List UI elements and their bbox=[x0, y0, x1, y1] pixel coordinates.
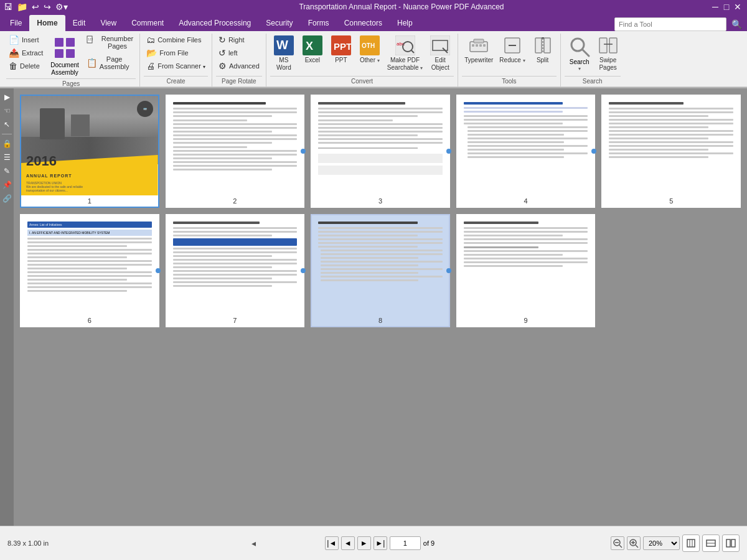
ppt-button[interactable]: PPT PPT bbox=[327, 34, 355, 66]
svg-rect-30 bbox=[535, 38, 542, 53]
page-thumb-2[interactable]: 2 bbox=[166, 95, 305, 208]
ms-word-icon: W bbox=[274, 35, 294, 55]
page-thumb-3[interactable]: 3 bbox=[311, 95, 450, 208]
zoom-in-button[interactable] bbox=[627, 536, 641, 550]
tab-connectors[interactable]: Connectors bbox=[337, 15, 390, 31]
prev-page-button[interactable]: ◄ bbox=[341, 536, 355, 550]
window-controls[interactable]: ─ □ ✕ bbox=[711, 2, 742, 11]
left-tool-arrow[interactable]: ▶ bbox=[1, 91, 13, 103]
page-thumb-1[interactable]: 2016 ANNUAL REPORT TRANSPOETION UNIONWe … bbox=[20, 95, 159, 208]
left-tool-pin[interactable]: 📌 bbox=[1, 179, 13, 191]
edit-object-button[interactable]: EditObject bbox=[426, 34, 454, 73]
page-3-number: 3 bbox=[312, 195, 449, 207]
swipe-pages-button[interactable]: SwipePages bbox=[596, 34, 621, 73]
combine-files-button[interactable]: 🗂 Combine Files bbox=[144, 34, 208, 46]
status-bar: 8.39 x 1.00 in ◂ |◄ ◄ ► ►| of 9 bbox=[0, 526, 747, 560]
last-page-button[interactable]: ►| bbox=[374, 536, 387, 550]
typewriter-button[interactable]: Typewriter bbox=[462, 34, 496, 66]
search-icon bbox=[568, 35, 591, 58]
tools-group-label: Tools bbox=[462, 76, 556, 86]
page-thumb-5[interactable]: 5 bbox=[601, 95, 741, 208]
maximize-btn[interactable]: □ bbox=[722, 2, 731, 11]
page-thumb-8[interactable]: 8 bbox=[311, 214, 450, 327]
renumber-icon: 123 — bbox=[87, 35, 99, 50]
zoom-out-icon bbox=[613, 538, 622, 548]
svg-rect-46 bbox=[687, 539, 695, 547]
tab-file[interactable]: File bbox=[2, 15, 29, 31]
minimize-btn[interactable]: ─ bbox=[711, 2, 720, 11]
svg-rect-26 bbox=[483, 44, 486, 47]
rotate-right-button[interactable]: ↻ Right bbox=[216, 34, 262, 46]
next-page-button[interactable]: ► bbox=[357, 536, 371, 550]
app-title: Transportation Annual Report - Nuance Po… bbox=[92, 2, 711, 11]
insert-button[interactable]: 📄 Insert bbox=[6, 34, 45, 46]
open-icon[interactable]: 📁 bbox=[16, 1, 29, 12]
tab-security[interactable]: Security bbox=[258, 15, 300, 31]
undo-icon[interactable]: ↩ bbox=[31, 1, 40, 12]
left-tool-select[interactable]: ↖ bbox=[1, 118, 13, 131]
page-thumb-6[interactable]: Annex: List of Initiatives I. AN EFFICIE… bbox=[20, 214, 159, 327]
svg-rect-2 bbox=[55, 49, 63, 58]
svg-rect-36 bbox=[599, 38, 607, 53]
zoom-out-button[interactable] bbox=[611, 536, 624, 550]
extract-button[interactable]: 📤 Extract bbox=[6, 47, 45, 59]
fit-page-button[interactable] bbox=[682, 534, 700, 552]
svg-rect-37 bbox=[609, 38, 617, 53]
save-icon[interactable]: 🖫 bbox=[2, 1, 14, 12]
page-thumb-4[interactable]: 4 bbox=[456, 95, 596, 208]
tab-edit[interactable]: Edit bbox=[65, 15, 93, 31]
redo-icon[interactable]: ↪ bbox=[42, 1, 52, 12]
page-6-content: Annex: List of Initiatives I. AN EFFICIE… bbox=[21, 215, 158, 315]
renumber-pages-button[interactable]: 123 — RenumberPages bbox=[84, 34, 136, 51]
expand-chevron[interactable]: ◂ bbox=[251, 538, 256, 548]
split-button[interactable]: Split bbox=[529, 34, 557, 66]
page-8-number: 8 bbox=[312, 315, 449, 326]
customize-icon[interactable]: ⚙▾ bbox=[54, 1, 69, 12]
tab-forms[interactable]: Forms bbox=[301, 15, 337, 31]
delete-icon: 🗑 bbox=[9, 61, 17, 71]
reduce-button[interactable]: Reduce ▾ bbox=[497, 34, 527, 66]
excel-button[interactable]: X Excel bbox=[299, 34, 326, 66]
ms-word-button[interactable]: W MSWord bbox=[270, 34, 298, 73]
tab-help[interactable]: Help bbox=[390, 15, 420, 31]
zoom-dropdown[interactable]: 10% 15% 20% 25% 50% 75% 100% bbox=[643, 536, 680, 550]
first-page-button[interactable]: |◄ bbox=[325, 536, 339, 550]
other-button[interactable]: OTH Other ▾ bbox=[356, 34, 383, 66]
from-file-button[interactable]: 📂 From File bbox=[144, 47, 208, 59]
rotate-left-button[interactable]: ↺ left bbox=[216, 47, 262, 59]
two-pages-button[interactable] bbox=[722, 534, 740, 552]
rotate-advanced-button[interactable]: ⚙ Advanced bbox=[216, 60, 262, 72]
left-tool-pen[interactable]: ✎ bbox=[1, 165, 13, 177]
close-btn[interactable]: ✕ bbox=[733, 2, 742, 11]
page-rotate-label: Page Rotate bbox=[216, 76, 262, 86]
tab-advanced[interactable]: Advanced Processing bbox=[171, 15, 258, 31]
other-icon: OTH bbox=[360, 35, 380, 55]
page-assembly-button[interactable]: 📋 PageAssembly bbox=[84, 54, 136, 72]
left-tool-link[interactable]: 🔗 bbox=[1, 192, 13, 205]
fit-width-button[interactable] bbox=[702, 534, 720, 552]
page-3-visual bbox=[312, 96, 449, 195]
page-4-visual bbox=[458, 96, 594, 195]
page-6-visual: Annex: List of Initiatives I. AN EFFICIE… bbox=[21, 215, 158, 315]
page-thumb-9[interactable]: 9 bbox=[456, 214, 596, 327]
left-tool-lock[interactable]: 🔒 bbox=[1, 138, 13, 150]
left-tool-menu[interactable]: ☰ bbox=[1, 151, 13, 164]
page-6-number: 6 bbox=[21, 315, 158, 326]
tab-view[interactable]: View bbox=[93, 15, 124, 31]
doc-assembly-button[interactable]: DocumentAssembly bbox=[47, 34, 83, 78]
excel-icon: X bbox=[303, 35, 322, 55]
from-file-icon: 📂 bbox=[146, 48, 157, 58]
make-pdf-searchable-button[interactable]: abc Make PDFSearchable ▾ bbox=[385, 34, 425, 73]
page-4-content bbox=[458, 96, 594, 195]
search-button[interactable]: Search ▾ bbox=[565, 34, 594, 73]
page-thumb-7[interactable]: 7 bbox=[166, 214, 305, 327]
find-tool-input[interactable] bbox=[614, 17, 726, 31]
left-tool-hand[interactable]: ☜ bbox=[1, 105, 13, 117]
from-scanner-button[interactable]: 🖨 From Scanner ▾ bbox=[144, 60, 208, 72]
delete-button[interactable]: 🗑 Delete bbox=[6, 60, 45, 72]
page-number-input[interactable] bbox=[390, 536, 421, 550]
rotate-col: ↻ Right ↺ left ⚙ Advanced bbox=[216, 34, 262, 72]
tab-home[interactable]: Home bbox=[29, 15, 65, 31]
tab-comment[interactable]: Comment bbox=[124, 15, 171, 31]
pages-group-items: 📄 Insert 📤 Extract 🗑 Delete bbox=[6, 34, 136, 78]
